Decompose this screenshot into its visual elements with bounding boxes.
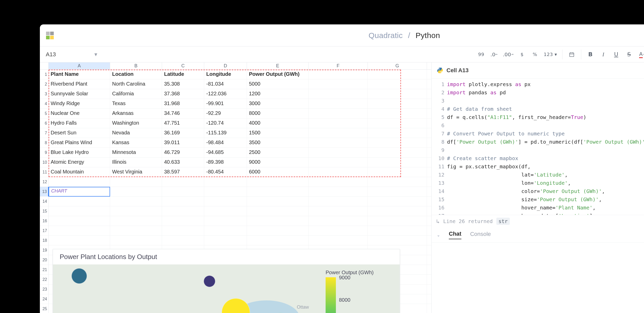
cell[interactable]	[309, 70, 368, 79]
table-row[interactable]: Nuclear OneArkansas34.746-92.298000	[49, 109, 431, 118]
cell[interactable]	[368, 70, 427, 79]
bold-button[interactable]: B	[585, 49, 596, 60]
cell[interactable]	[368, 118, 427, 128]
map-bubble[interactable]	[71, 268, 87, 284]
cell[interactable]: Power Output (GWh)	[247, 70, 309, 79]
cell[interactable]: 2500	[247, 148, 309, 157]
quadratic-logo[interactable]	[46, 32, 54, 39]
table-row[interactable]	[49, 216, 431, 226]
row-header[interactable]: 15	[40, 206, 49, 216]
cell[interactable]: Illinois	[110, 158, 162, 167]
cell[interactable]: 4000	[247, 118, 309, 128]
cell[interactable]: 47.751	[162, 118, 204, 128]
cell[interactable]	[368, 226, 427, 235]
table-row[interactable]: Coal MountainWest Virginia38.597-80.4546…	[49, 167, 431, 177]
cell[interactable]	[309, 138, 368, 148]
cell[interactable]: -94.685	[204, 148, 247, 157]
cell[interactable]	[368, 109, 427, 118]
cell[interactable]	[309, 118, 368, 128]
column-headers[interactable]: ABCDEFG	[40, 62, 431, 70]
cell[interactable]	[368, 177, 427, 187]
cell[interactable]	[309, 177, 368, 187]
cell[interactable]: West Virginia	[110, 167, 162, 177]
cell[interactable]	[247, 226, 309, 235]
cell[interactable]	[162, 197, 204, 206]
cell[interactable]	[110, 236, 162, 245]
table-row[interactable]	[49, 226, 431, 236]
cell[interactable]	[204, 197, 247, 206]
table-row[interactable]: Atomic EnergyIllinois40.633-89.3989000	[49, 158, 431, 167]
table-row[interactable]: Hydro FallsWashington47.751-120.744000	[49, 118, 431, 128]
cell[interactable]: 39.011	[162, 138, 204, 148]
spreadsheet-pane[interactable]: ABCDEFG 12345678910111213141516171819202…	[40, 62, 431, 313]
row-header[interactable]: 24	[40, 294, 49, 304]
table-row[interactable]	[49, 206, 431, 216]
cell[interactable]	[368, 197, 427, 206]
cell[interactable]	[204, 177, 247, 187]
cell[interactable]: 31.968	[162, 99, 204, 108]
cell[interactable]: 8000	[247, 109, 309, 118]
table-row[interactable]: Desert SunNevada36.169-115.1391500	[49, 128, 431, 138]
cell[interactable]: Hydro Falls	[49, 118, 110, 128]
row-header[interactable]: 9	[40, 148, 49, 158]
row-header[interactable]: 8	[40, 138, 49, 148]
namebox[interactable]: A13▾	[42, 48, 101, 61]
cell[interactable]	[49, 216, 110, 226]
column-header[interactable]: C	[162, 62, 204, 69]
cell[interactable]: 38.597	[162, 167, 204, 177]
cell[interactable]: 5000	[247, 79, 309, 89]
row-header[interactable]: 3	[40, 89, 49, 99]
cell[interactable]	[162, 236, 204, 245]
format-percent-button[interactable]: %	[529, 49, 541, 60]
row-header[interactable]: 5	[40, 109, 49, 118]
cell[interactable]: 40.633	[162, 158, 204, 167]
cell[interactable]	[309, 187, 368, 196]
cell[interactable]: Riverbend Plant	[49, 79, 110, 89]
column-header[interactable]: E	[247, 62, 309, 69]
cell[interactable]	[247, 216, 309, 226]
column-header[interactable]	[40, 62, 49, 69]
column-header[interactable]: A	[49, 62, 110, 69]
cell[interactable]: -122.036	[204, 89, 247, 99]
cell[interactable]	[368, 158, 427, 167]
italic-button[interactable]: I	[598, 49, 609, 60]
table-row[interactable]: Plant NameLocationLatitudeLongitudePower…	[49, 70, 431, 79]
row-header[interactable]: 23	[40, 284, 49, 294]
column-header[interactable]: G	[368, 62, 427, 69]
cell[interactable]	[49, 197, 110, 206]
cell[interactable]: 9000	[247, 158, 309, 167]
cell[interactable]	[368, 216, 427, 226]
cell[interactable]	[368, 99, 427, 108]
cell[interactable]: Coal Mountain	[49, 167, 110, 177]
cell[interactable]	[247, 197, 309, 206]
cell[interactable]	[368, 167, 427, 177]
cell[interactable]: Great Plains Wind	[49, 138, 110, 148]
row-header[interactable]: 6	[40, 118, 49, 128]
cell[interactable]	[247, 236, 309, 245]
table-row[interactable]: Windy RidgeTexas31.968-99.9013000	[49, 99, 431, 109]
cell[interactable]	[204, 206, 247, 216]
cell[interactable]	[162, 216, 204, 226]
cell[interactable]	[247, 177, 309, 187]
cell[interactable]	[110, 216, 162, 226]
cell[interactable]: 3000	[247, 99, 309, 108]
column-header[interactable]: F	[309, 62, 368, 69]
cell[interactable]	[162, 206, 204, 216]
cell[interactable]: Nevada	[110, 128, 162, 138]
cell[interactable]	[368, 128, 427, 138]
row-header[interactable]: 4	[40, 99, 49, 109]
cell[interactable]: 3500	[247, 138, 309, 148]
format-currency-button[interactable]: $	[516, 49, 528, 60]
row-header[interactable]: 22	[40, 275, 49, 284]
row-header[interactable]: 14	[40, 197, 49, 206]
cell[interactable]	[162, 226, 204, 235]
cell[interactable]	[110, 177, 162, 187]
cell[interactable]: -81.034	[204, 79, 247, 89]
cell[interactable]	[162, 177, 204, 187]
cell[interactable]: Desert Sun	[49, 128, 110, 138]
cell[interactable]	[309, 226, 368, 235]
cell[interactable]	[368, 89, 427, 99]
cell[interactable]	[110, 226, 162, 235]
cell[interactable]	[49, 226, 110, 235]
cell[interactable]: 46.729	[162, 148, 204, 157]
